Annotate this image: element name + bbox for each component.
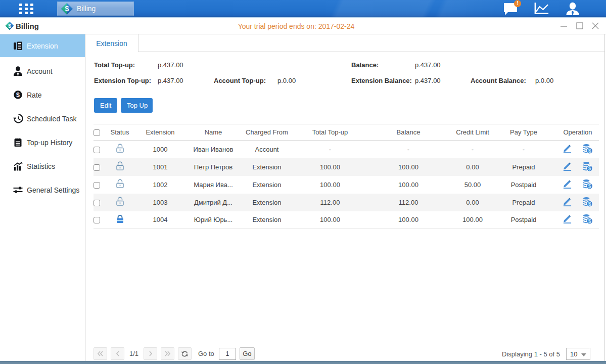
desktop-top-bar: Billing ! [0,0,606,17]
extension-icon [13,41,23,51]
row-checkbox[interactable] [94,164,100,171]
goto-label: Go to [198,350,214,357]
window-bottom-edge [0,361,606,364]
row-checkbox[interactable] [94,147,100,153]
cell-credit-limit: 50.00 [454,176,491,194]
edit-extension-icon[interactable] [563,214,572,225]
cell-pay-type: Postpaid [491,176,556,194]
edit-extension-icon[interactable] [563,144,572,155]
extension-topup-value: p.437.00 [158,77,183,84]
row-checkbox[interactable] [94,182,100,189]
table-row: 1002 Мария Ива... Extension 100.00 100.0… [94,176,599,194]
cell-pay-type: Prepaid [491,158,556,176]
table-header-row: Status Extension Name Charged From Total… [94,124,599,141]
top-up-extension-icon[interactable] [582,213,593,226]
app-launcher-grid-icon[interactable] [19,4,34,14]
cell-total-topup: - [298,141,362,158]
cell-credit-limit: 0.00 [454,194,491,211]
billing-app-icon [5,21,14,30]
row-checkbox[interactable] [94,200,100,206]
tab-label: Extension [96,39,127,48]
close-button[interactable] [592,22,599,29]
line-chart-icon [533,2,550,16]
top-up-button[interactable]: Top Up [121,98,153,113]
edit-button[interactable]: Edit [94,98,117,113]
cell-extension: 1004 [130,211,191,229]
minimize-button[interactable] [561,22,568,29]
col-header-extension: Extension [130,124,191,141]
billing-diamond-icon [61,3,73,15]
extension-balance-value: p.437.00 [415,77,441,84]
statistics-monitor-icon[interactable] [533,2,550,15]
tab-extension[interactable]: Extension [85,34,138,52]
cell-credit-limit: - [454,141,491,158]
taskbar-item-billing[interactable]: Billing [57,2,134,16]
user-account-icon[interactable] [564,2,581,15]
cell-pay-type: Prepaid [491,194,556,211]
extension-topup-label: Extension Top-up: [94,77,151,84]
cell-balance: 112.00 [362,194,454,211]
last-page-button[interactable] [161,347,174,360]
goto-page-input[interactable] [219,348,236,360]
status-unlocked-icon[interactable] [115,200,125,208]
window-title-bar: Billing Your trial period ends on: 2017-… [0,17,606,34]
table-row: 1001 Петр Петров Extension 100.00 100.00… [94,158,599,176]
cell-total-topup: 112.00 [298,194,362,211]
status-unlocked-icon[interactable] [115,147,125,155]
status-unlocked-icon[interactable] [115,165,125,172]
dropdown-arrow-icon [581,353,586,356]
sidebar-item-topup-history[interactable]: Top-up History [0,130,85,154]
statistics-icon [13,161,23,171]
row-checkbox[interactable] [94,217,100,223]
table-row: 1003 Дмитрий Д... Extension 112.00 112.0… [94,194,599,211]
sidebar-item-label: Scheduled Task [27,115,77,123]
col-header-total-topup: Total Top-up [298,124,362,141]
cell-balance: 100.00 [362,176,454,194]
top-up-extension-icon[interactable] [582,143,593,156]
topup-history-icon [13,138,23,147]
edit-extension-icon[interactable] [563,161,572,173]
sidebar-nav: Extension Account $ Rate Sc [0,34,85,361]
tab-strip: Extension [85,34,604,52]
table-row: 1004 Юрий Юрь... Extension 100.00 100.00… [94,211,599,229]
cell-total-topup: 100.00 [298,176,362,194]
sidebar-item-general-settings[interactable]: General Settings [0,178,85,202]
cell-credit-limit: 100.00 [454,211,491,229]
page-size-select[interactable]: 10 [566,348,590,360]
sidebar-item-account[interactable]: Account [0,59,85,83]
prev-page-button[interactable] [111,347,124,360]
sidebar-item-scheduled-task[interactable]: Scheduled Task [0,107,85,130]
sidebar-item-extension[interactable]: Extension [0,34,85,57]
messages-icon[interactable]: ! [502,2,519,15]
status-locked-icon[interactable] [115,218,125,225]
col-header-operation: Operation [556,124,599,141]
next-page-button[interactable] [144,347,157,360]
total-topup-label: Total Top-up: [94,61,135,69]
cell-pay-type: Postpaid [491,211,556,229]
select-all-checkbox[interactable] [94,129,100,136]
top-up-extension-icon[interactable] [582,196,593,209]
edit-extension-icon[interactable] [563,197,572,208]
cell-charged-from: Account [236,141,298,158]
general-settings-icon [13,185,23,195]
total-topup-value: p.437.00 [158,61,183,69]
taskbar-item-label: Billing [77,5,96,13]
sidebar-item-rate[interactable]: $ Rate [0,83,85,107]
refresh-button[interactable] [178,347,192,360]
first-page-button[interactable] [94,347,107,360]
status-unlocked-icon[interactable] [115,183,125,190]
maximize-button[interactable] [576,22,583,29]
sidebar-item-statistics[interactable]: Statistics [0,154,85,178]
extension-balance-label: Extension Balance: [351,77,412,84]
table-row: 1000 Иван Иванов Account - - - - [94,141,599,158]
cell-name: Петр Петров [191,158,236,176]
top-up-extension-icon[interactable] [582,178,593,191]
cell-name: Мария Ива... [191,176,236,194]
col-header-name: Name [191,124,236,141]
top-up-extension-icon[interactable] [582,161,593,173]
window-title: Billing [16,22,39,30]
go-button[interactable]: Go [240,347,255,360]
cell-extension: 1001 [130,158,191,176]
sidebar-item-label: Top-up History [27,139,72,147]
edit-extension-icon[interactable] [563,179,572,191]
